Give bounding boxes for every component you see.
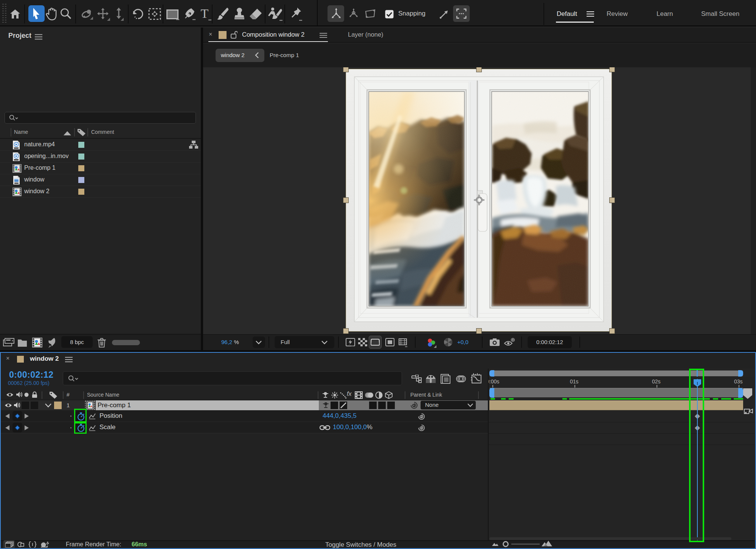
svg-text:T: T (201, 7, 209, 20)
